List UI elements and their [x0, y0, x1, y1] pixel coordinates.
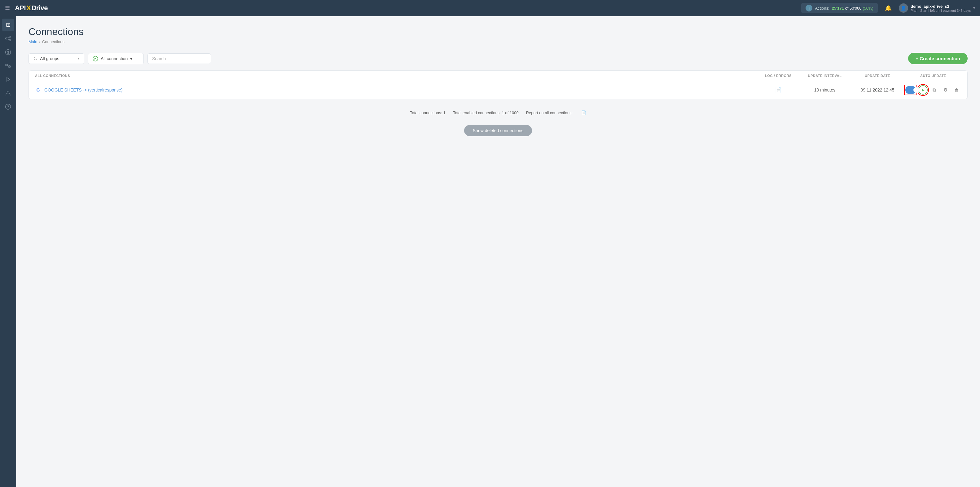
auto-update-cell: ▶ ⧉ ⚙ 🗑 [905, 85, 961, 94]
svg-text:?: ? [7, 105, 9, 109]
actions-used: 25'171 [832, 6, 844, 11]
col-interval: UPDATE INTERVAL [800, 74, 850, 78]
svg-point-0 [6, 38, 7, 39]
toolbar: 🗂 All groups ▾ ▶ All connection ▾ + Crea… [29, 53, 967, 64]
total-connections: Total connections: 1 [410, 110, 445, 115]
show-deleted-wrap: Show deleted connections [29, 120, 967, 141]
report-label: Report on all connections: [526, 110, 573, 115]
connection-type-dropdown[interactable]: ▶ All connection ▾ [88, 53, 144, 64]
navbar: ☰ APIXDrive i Actions: 25'171 of 50'000 … [0, 0, 980, 16]
user-chevron-icon: ▾ [973, 6, 975, 10]
logo-text-drive: Drive [31, 4, 48, 12]
group-select-text: All groups [40, 56, 75, 61]
sidebar: ⊞ $ ? [0, 16, 16, 487]
interval-cell: 10 minutes [800, 88, 850, 93]
sidebar-item-integrations[interactable] [2, 59, 14, 72]
stats-row: Total connections: 1 Total enabled conne… [29, 105, 967, 120]
log-cell: 📄 [757, 86, 800, 93]
bell-icon[interactable]: 🔔 [883, 3, 894, 14]
enabled-connections: Total enabled connections: 1 of 1000 [453, 110, 519, 115]
col-autoupdate: AUTO UPDATE [905, 74, 961, 78]
svg-text:$: $ [7, 51, 9, 54]
folder-icon: 🗂 [33, 56, 38, 61]
sidebar-item-billing[interactable]: $ [2, 46, 14, 58]
page-title: Connections [29, 26, 967, 38]
breadcrumb-sep: / [39, 39, 40, 44]
connection-name[interactable]: G GOOGLE SHEETS -> (verticalresponse) [35, 87, 757, 93]
toggle-slider [905, 86, 916, 94]
connection-chevron-icon: ▾ [130, 56, 132, 61]
col-date: UPDATE DATE [850, 74, 905, 78]
svg-point-2 [9, 40, 11, 41]
actions-label: Actions: [815, 6, 829, 11]
svg-marker-11 [7, 78, 10, 81]
logo-text-api: API [15, 4, 26, 12]
col-log: LOG / ERRORS [757, 74, 800, 78]
user-info: demo_apix-drive_s2 Plan | Start | left u… [911, 4, 971, 13]
col-connections: ALL CONNECTIONS [35, 74, 757, 78]
search-input-wrap[interactable] [148, 53, 211, 64]
plan-text: Plan | Start | left until payment 345 da… [911, 9, 971, 13]
username: demo_apix-drive_s2 [911, 4, 971, 9]
run-button[interactable]: ▶ [918, 85, 928, 94]
date-cell: 09.11.2022 12:45 [850, 88, 905, 93]
copy-button[interactable]: ⧉ [929, 85, 939, 94]
action-icons: ▶ ⧉ ⚙ 🗑 [918, 85, 961, 94]
actions-of: of [845, 6, 850, 11]
sidebar-item-flow[interactable] [2, 32, 14, 45]
group-chevron-icon: ▾ [78, 56, 80, 61]
show-deleted-button[interactable]: Show deleted connections [464, 125, 532, 136]
interval-text: 10 minutes [814, 88, 835, 93]
breadcrumb: Main / Connections [29, 39, 967, 44]
auto-update-toggle[interactable] [905, 86, 916, 94]
group-dropdown[interactable]: 🗂 All groups ▾ [29, 53, 84, 64]
create-connection-button[interactable]: + Create connection [908, 53, 967, 64]
search-input[interactable] [152, 56, 206, 61]
sidebar-item-run[interactable] [2, 73, 14, 86]
avatar: 👤 [899, 3, 908, 13]
info-icon: i [805, 5, 812, 11]
actions-total: 50'000 [850, 6, 862, 11]
log-icon[interactable]: 📄 [775, 86, 782, 93]
logo-x: X [26, 4, 31, 12]
breadcrumb-main[interactable]: Main [29, 39, 37, 44]
report-icon[interactable]: 📄 [581, 110, 586, 115]
sidebar-item-account[interactable] [2, 87, 14, 99]
actions-pct-val: 50% [864, 6, 872, 11]
actions-count: 25'171 of 50'000 (50%) [832, 6, 873, 11]
svg-line-4 [7, 39, 9, 40]
breadcrumb-current: Connections [42, 39, 64, 44]
settings-button[interactable]: ⚙ [941, 85, 950, 94]
create-btn-label: + Create connection [916, 56, 960, 61]
delete-button[interactable]: 🗑 [952, 85, 961, 94]
menu-icon[interactable]: ☰ [5, 5, 10, 11]
svg-line-3 [7, 37, 9, 38]
connection-name-text: GOOGLE SHEETS -> (verticalresponse) [44, 88, 123, 93]
sidebar-item-help[interactable]: ? [2, 101, 14, 113]
table-row: G GOOGLE SHEETS -> (verticalresponse) 📄 … [29, 81, 967, 99]
svg-rect-7 [6, 64, 8, 66]
connections-table: ALL CONNECTIONS LOG / ERRORS UPDATE INTE… [29, 70, 967, 99]
date-text: 09.11.2022 12:45 [861, 88, 894, 93]
svg-point-1 [9, 36, 11, 38]
google-icon: G [35, 87, 41, 93]
table-header: ALL CONNECTIONS LOG / ERRORS UPDATE INTE… [29, 71, 967, 81]
actions-counter: i Actions: 25'171 of 50'000 (50%) [801, 3, 878, 13]
connection-type-text: All connection [101, 56, 128, 61]
main-content: Connections Main / Connections 🗂 All gro… [16, 16, 980, 487]
play-icon: ▶ [93, 56, 98, 61]
sidebar-item-home[interactable]: ⊞ [2, 19, 14, 31]
logo: APIXDrive [15, 4, 48, 12]
user-menu[interactable]: 👤 demo_apix-drive_s2 Plan | Start | left… [899, 3, 975, 13]
body-layout: ⊞ $ ? Connections Main / Connections [0, 16, 980, 487]
